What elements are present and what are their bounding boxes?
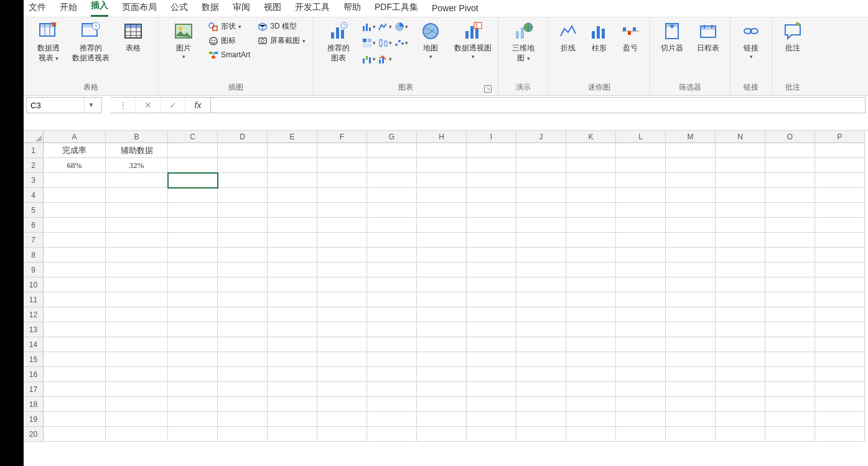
tab-开发工具[interactable]: 开发工具 bbox=[295, 0, 330, 17]
cell-H4[interactable] bbox=[417, 188, 467, 203]
cell-A14[interactable] bbox=[44, 337, 106, 352]
column-header-M[interactable]: M bbox=[666, 131, 716, 143]
recommended-charts-button[interactable]: ? 推荐的 图表 bbox=[319, 20, 358, 63]
column-header-B[interactable]: B bbox=[106, 131, 168, 143]
cell-O1[interactable] bbox=[765, 143, 815, 158]
table-button[interactable]: 表格 bbox=[113, 20, 153, 54]
row-header-11[interactable]: 11 bbox=[24, 292, 44, 307]
cell-C3[interactable] bbox=[168, 173, 218, 188]
row-header-7[interactable]: 7 bbox=[24, 233, 44, 248]
cell-E4[interactable] bbox=[268, 188, 317, 203]
cell-N15[interactable] bbox=[716, 352, 765, 367]
cell-G17[interactable] bbox=[367, 382, 417, 397]
cell-D12[interactable] bbox=[218, 307, 268, 322]
cell-F9[interactable] bbox=[317, 263, 367, 277]
cell-B12[interactable] bbox=[106, 307, 168, 322]
cell-O3[interactable] bbox=[765, 173, 815, 188]
cell-P20[interactable] bbox=[815, 427, 865, 442]
charts-dialog-launcher[interactable]: ↘ bbox=[484, 85, 492, 93]
cell-C13[interactable] bbox=[168, 322, 218, 337]
row-header-12[interactable]: 12 bbox=[24, 307, 44, 322]
cell-A2[interactable]: 68% bbox=[44, 158, 106, 173]
cell-B6[interactable] bbox=[106, 218, 168, 233]
cell-P14[interactable] bbox=[815, 337, 865, 352]
cell-I11[interactable] bbox=[467, 292, 516, 307]
cell-I1[interactable] bbox=[467, 143, 516, 158]
cell-H20[interactable] bbox=[417, 427, 467, 442]
cell-O6[interactable] bbox=[765, 218, 815, 233]
cell-I14[interactable] bbox=[467, 337, 516, 352]
cell-C7[interactable] bbox=[168, 233, 218, 248]
cell-K16[interactable] bbox=[566, 367, 616, 382]
cell-O13[interactable] bbox=[765, 322, 815, 337]
cell-B18[interactable] bbox=[106, 397, 168, 412]
cell-D7[interactable] bbox=[218, 233, 268, 248]
comment-button[interactable]: 批注 bbox=[777, 20, 808, 54]
sparkline-column-button[interactable]: 柱形 bbox=[585, 20, 614, 54]
cell-I18[interactable] bbox=[467, 397, 516, 412]
cell-G10[interactable] bbox=[367, 277, 417, 292]
column-chart-button[interactable]: ▾ bbox=[361, 20, 376, 34]
pictures-button[interactable]: 图片 ▾ bbox=[164, 20, 203, 61]
row-header-20[interactable]: 20 bbox=[24, 427, 44, 442]
cell-M12[interactable] bbox=[666, 307, 716, 322]
cell-N1[interactable] bbox=[716, 143, 765, 158]
cell-P15[interactable] bbox=[815, 352, 865, 367]
cell-N19[interactable] bbox=[716, 412, 765, 427]
cell-C4[interactable] bbox=[168, 188, 218, 203]
cell-E9[interactable] bbox=[268, 263, 317, 277]
cell-O7[interactable] bbox=[765, 233, 815, 248]
cell-A6[interactable] bbox=[44, 218, 106, 233]
cell-B1[interactable]: 辅助数据 bbox=[106, 143, 168, 158]
cell-A18[interactable] bbox=[44, 397, 106, 412]
cell-I5[interactable] bbox=[467, 203, 516, 218]
cell-O12[interactable] bbox=[765, 307, 815, 322]
cell-O5[interactable] bbox=[765, 203, 815, 218]
cell-B7[interactable] bbox=[106, 233, 168, 248]
row-header-8[interactable]: 8 bbox=[24, 248, 44, 263]
cell-G2[interactable] bbox=[367, 158, 417, 173]
cell-D9[interactable] bbox=[218, 263, 268, 277]
cell-I13[interactable] bbox=[467, 322, 516, 337]
cell-O9[interactable] bbox=[765, 263, 815, 277]
name-box-dropdown[interactable]: ▼ bbox=[84, 98, 98, 113]
cell-I15[interactable] bbox=[467, 352, 516, 367]
cell-C11[interactable] bbox=[168, 292, 218, 307]
cell-L19[interactable] bbox=[616, 412, 666, 427]
cell-A19[interactable] bbox=[44, 412, 106, 427]
cell-E13[interactable] bbox=[268, 322, 317, 337]
cell-N14[interactable] bbox=[716, 337, 765, 352]
cell-B20[interactable] bbox=[106, 427, 168, 442]
cell-P3[interactable] bbox=[815, 173, 865, 188]
pivot-chart-button[interactable]: 数据透视图 ▾ bbox=[453, 20, 493, 61]
cell-F6[interactable] bbox=[317, 218, 367, 233]
cell-K15[interactable] bbox=[566, 352, 616, 367]
cell-N7[interactable] bbox=[716, 233, 765, 248]
cell-H17[interactable] bbox=[417, 382, 467, 397]
shapes-button[interactable]: 形状 ▾ bbox=[206, 20, 253, 33]
cell-E7[interactable] bbox=[268, 233, 317, 248]
cell-G11[interactable] bbox=[367, 292, 417, 307]
cell-P8[interactable] bbox=[815, 248, 865, 263]
cell-D17[interactable] bbox=[218, 382, 268, 397]
cell-H7[interactable] bbox=[417, 233, 467, 248]
cell-E19[interactable] bbox=[268, 412, 317, 427]
cell-K11[interactable] bbox=[566, 292, 616, 307]
cell-A10[interactable] bbox=[44, 277, 106, 292]
cell-M5[interactable] bbox=[666, 203, 716, 218]
cell-A20[interactable] bbox=[44, 427, 106, 442]
cell-H11[interactable] bbox=[417, 292, 467, 307]
cell-P2[interactable] bbox=[815, 158, 865, 173]
column-header-H[interactable]: H bbox=[417, 131, 467, 143]
cell-G14[interactable] bbox=[367, 337, 417, 352]
enter-formula-button[interactable]: ✓ bbox=[161, 98, 185, 113]
cell-K9[interactable] bbox=[566, 263, 616, 277]
cell-G6[interactable] bbox=[367, 218, 417, 233]
cell-D18[interactable] bbox=[218, 397, 268, 412]
cell-E11[interactable] bbox=[268, 292, 317, 307]
hierarchy-chart-button[interactable]: ▾ bbox=[361, 36, 376, 50]
cell-E5[interactable] bbox=[268, 203, 317, 218]
pivot-table-button[interactable]: 数据透 视表 ▾ bbox=[29, 20, 68, 64]
cell-J19[interactable] bbox=[516, 412, 566, 427]
cell-D4[interactable] bbox=[218, 188, 268, 203]
